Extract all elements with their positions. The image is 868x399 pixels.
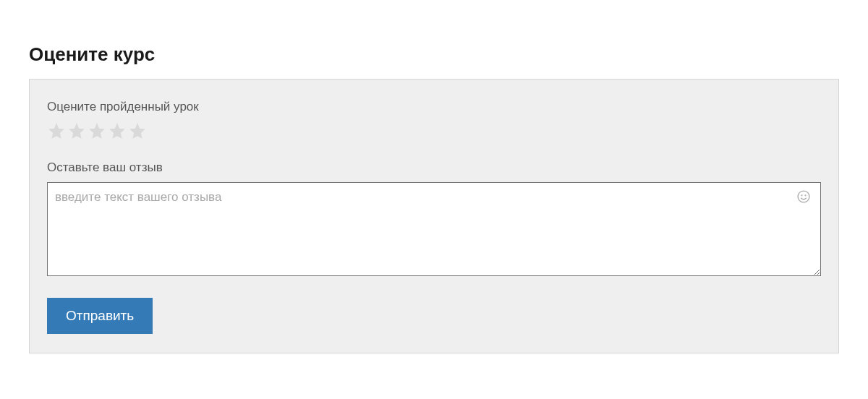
svg-point-0 (798, 191, 809, 202)
review-textarea[interactable] (47, 182, 821, 276)
star-icon[interactable] (128, 121, 147, 140)
review-label: Оставьте ваш отзыв (47, 160, 821, 175)
submit-button[interactable]: Отправить (47, 298, 153, 334)
star-icon[interactable] (47, 121, 66, 140)
star-icon[interactable] (67, 121, 86, 140)
smiley-icon[interactable] (796, 189, 811, 204)
svg-point-1 (801, 195, 802, 196)
star-icon[interactable] (88, 121, 106, 140)
review-form-panel: Оцените пройденный урок Оставьте ваш отз… (29, 79, 839, 353)
page-title: Оцените курс (29, 43, 839, 66)
rating-stars (47, 121, 821, 140)
rating-label: Оцените пройденный урок (47, 100, 821, 114)
svg-point-2 (805, 195, 806, 196)
star-icon[interactable] (108, 121, 127, 140)
review-textarea-wrap (47, 182, 821, 279)
